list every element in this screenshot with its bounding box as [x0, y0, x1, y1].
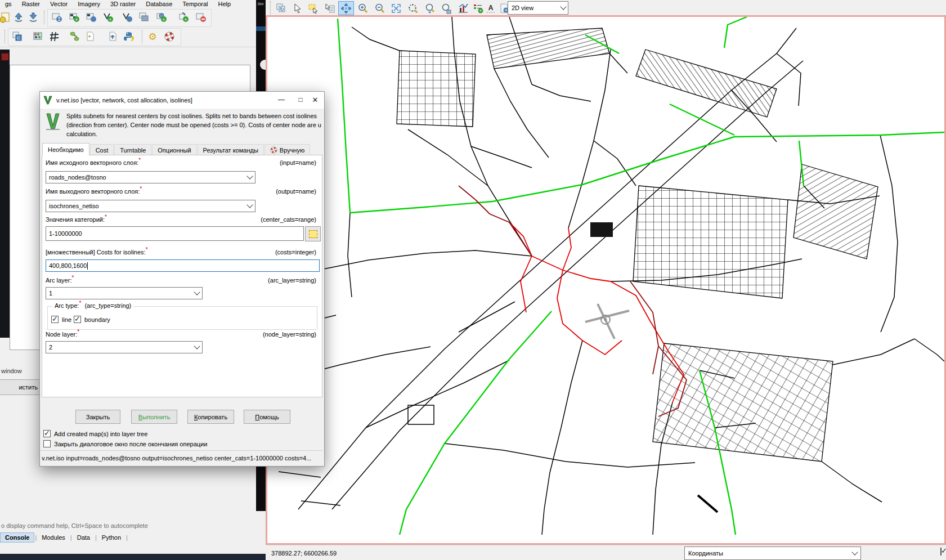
python-icon[interactable] — [122, 29, 136, 44]
tab-console[interactable]: Console — [0, 532, 34, 543]
graphical-modeler-icon[interactable] — [47, 29, 62, 44]
menu-3d-raster[interactable]: 3D raster — [105, 1, 141, 7]
data-flow-icon[interactable] — [68, 29, 82, 44]
view-mode-select[interactable]: 2D view — [508, 1, 568, 15]
add-raster-layer-icon[interactable]: + — [67, 10, 82, 25]
menu-database[interactable]: Database — [141, 1, 177, 7]
zoom-out-icon[interactable] — [372, 1, 388, 15]
costs-hint: (costs=integer) — [275, 249, 316, 256]
arc-layer-hint: (arc_layer=string) — [268, 277, 316, 284]
add-web-service-icon[interactable]: + — [154, 10, 169, 25]
tab-cost[interactable]: Cost — [90, 144, 114, 155]
add-to-layertree-label: Add created map(s) into layer tree — [54, 431, 147, 437]
close-dialog-button[interactable]: Закрыть — [75, 410, 120, 424]
clear-button-partial[interactable]: истить — [0, 379, 44, 395]
pan-icon[interactable] — [338, 1, 354, 15]
node-layer-hint: (node_layer=string) — [263, 331, 316, 338]
statusbar-checkbox[interactable] — [940, 548, 941, 555]
menu-raster[interactable]: Raster — [17, 1, 45, 7]
zoom-back-icon[interactable] — [422, 1, 438, 15]
copy-command-button[interactable]: Копировать — [187, 410, 234, 424]
zoom-region-icon[interactable] — [405, 1, 421, 15]
render-map-icon[interactable]: ↻ — [274, 1, 289, 15]
maximize-button[interactable]: □ — [294, 94, 307, 105]
import-up-icon[interactable] — [11, 10, 26, 25]
menu-temporal[interactable]: Temporal — [177, 1, 213, 7]
lm-toolbar-row1: ↥ + + + + — [0, 8, 256, 27]
input-vector-combo[interactable]: roads_nodes@tosno — [46, 171, 255, 183]
costs-label: [множественный] Costs for isolines:* — [46, 249, 148, 256]
add-map-layer-icon[interactable]: ↥ — [50, 10, 64, 25]
help-lifebuoy-icon[interactable] — [162, 29, 177, 44]
zoom-to-map-icon[interactable] — [438, 1, 454, 15]
svg-text:↻: ↻ — [280, 6, 284, 12]
tab-data[interactable]: Data — [73, 533, 95, 542]
center-cats-input[interactable]: 1-10000000 — [46, 226, 304, 241]
pointer-icon[interactable] — [290, 1, 306, 15]
zoom-extent-icon[interactable] — [388, 1, 404, 15]
console-hint-text: o display command help, Ctrl+Space to au… — [1, 522, 249, 529]
modules-icon[interactable] — [31, 29, 46, 44]
street-blocks-layer — [397, 28, 878, 462]
tab-turntable[interactable]: Turntable — [114, 144, 151, 155]
query-icon[interactable] — [322, 1, 338, 15]
workspace-partial-icon[interactable] — [0, 10, 11, 25]
analyze-icon[interactable] — [455, 1, 471, 15]
add-vector-layer-icon[interactable]: + — [101, 10, 115, 25]
dialog-description-area: Splits subnets for nearest centers by co… — [44, 112, 321, 142]
node-layer-label: Node layer:* — [46, 331, 79, 338]
map-canvas[interactable] — [266, 15, 946, 545]
add-vector-misc-icon[interactable] — [120, 10, 134, 25]
copy-icon[interactable]: C — [10, 29, 25, 44]
tab-modules[interactable]: Modules — [37, 533, 70, 542]
building-block — [590, 222, 613, 237]
close-button[interactable]: ✕ — [309, 94, 321, 105]
arc-layer-combo[interactable]: 1 — [46, 287, 203, 299]
new-file-icon[interactable]: ✦ — [83, 29, 98, 44]
menu-settings-partial[interactable]: gs — [0, 1, 17, 7]
dialog-titlebar[interactable]: v.net.iso [vector, network, cost allocat… — [40, 92, 324, 109]
output-vector-combo[interactable]: isochrones_netiso — [46, 200, 255, 212]
node-layer-combo[interactable]: 2 — [46, 341, 203, 353]
tab-required[interactable]: Необходимо — [42, 143, 89, 155]
view-mode-value: 2D view — [512, 5, 533, 11]
menu-help[interactable]: Help — [213, 1, 236, 7]
lifebuoy-icon — [270, 146, 277, 154]
remove-layer-icon[interactable] — [194, 10, 208, 25]
svg-text:+: + — [109, 17, 111, 23]
center-cats-browse-button[interactable] — [305, 226, 321, 241]
arc-type-boundary-label: boundary — [84, 316, 110, 323]
export-down-icon[interactable] — [26, 10, 41, 25]
tab-python[interactable]: Python — [97, 533, 125, 542]
command-preview-text: v.net.iso input=roads_nodes@tosno output… — [42, 455, 311, 462]
costs-input[interactable]: 400,800,1600 — [46, 259, 320, 272]
add-layer-group-icon[interactable] — [137, 10, 151, 25]
dialog-tabs: Необходимо Cost Turntable Опционный Резу… — [42, 144, 311, 155]
close-after-run-checkbox[interactable]: Закрыть диалоговое окно после окончания … — [43, 440, 207, 447]
zoom-in-icon[interactable] — [355, 1, 371, 15]
arc-type-line-label: line — [62, 316, 71, 323]
select-features-icon[interactable] — [306, 1, 321, 15]
roads-layer — [267, 17, 944, 535]
tab-command-output[interactable]: Результат команды — [198, 144, 264, 155]
arc-type-boundary-checkbox[interactable]: boundary — [74, 316, 110, 323]
arc-type-line-checkbox[interactable]: line — [51, 316, 71, 323]
tab-manual[interactable]: Вручную — [264, 144, 310, 155]
add-to-layertree-checkbox[interactable]: Add created map(s) into layer tree — [43, 430, 147, 437]
menu-imagery[interactable]: Imagery — [73, 1, 105, 7]
dialog-form-panel: Имя исходного векторного слоя:* (input=n… — [42, 155, 322, 397]
checkbox-icon — [43, 440, 51, 447]
minimize-button[interactable]: — — [275, 94, 288, 105]
arc-type-legend: Arc type:* (arc_type=string) — [52, 302, 133, 309]
tab-optional[interactable]: Опционный — [152, 144, 196, 155]
script-icon[interactable] — [106, 29, 120, 44]
svg-text:A: A — [488, 4, 494, 12]
menu-vector[interactable]: Vector — [45, 1, 73, 7]
add-overlay-icon[interactable]: + — [176, 10, 191, 25]
statusbar-mode-select[interactable]: Координаты — [684, 546, 861, 560]
add-raster-misc-icon[interactable] — [84, 10, 98, 25]
settings-gear-icon[interactable]: ⚙ — [145, 29, 160, 44]
run-button[interactable]: Выполнить — [131, 410, 177, 424]
help-button[interactable]: Помощь — [244, 410, 290, 424]
checkbox-icon — [74, 316, 81, 323]
